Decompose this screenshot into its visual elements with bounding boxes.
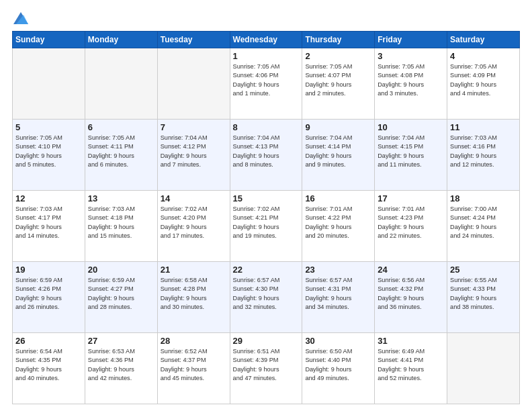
calendar-cell: 23Sunrise: 6:57 AM Sunset: 4:31 PM Dayli… <box>302 262 375 333</box>
day-number: 31 <box>378 336 444 346</box>
day-number: 24 <box>378 265 444 275</box>
page: SundayMondayTuesdayWednesdayThursdayFrid… <box>0 0 532 411</box>
day-info: Sunrise: 7:04 AM Sunset: 4:12 PM Dayligh… <box>161 134 227 169</box>
header <box>12 12 520 24</box>
day-info: Sunrise: 6:58 AM Sunset: 4:28 PM Dayligh… <box>161 276 227 312</box>
calendar-header-sunday: Sunday <box>13 32 85 48</box>
day-number: 11 <box>450 122 517 132</box>
calendar-cell: 31Sunrise: 6:49 AM Sunset: 4:41 PM Dayli… <box>375 333 447 404</box>
calendar-cell: 6Sunrise: 7:05 AM Sunset: 4:11 PM Daylig… <box>85 120 157 191</box>
calendar-cell: 5Sunrise: 7:05 AM Sunset: 4:10 PM Daylig… <box>13 120 85 191</box>
calendar-cell: 28Sunrise: 6:52 AM Sunset: 4:37 PM Dayli… <box>157 333 230 404</box>
logo-icon <box>13 12 28 24</box>
day-info: Sunrise: 6:49 AM Sunset: 4:41 PM Dayligh… <box>378 347 444 383</box>
day-number: 25 <box>450 265 517 275</box>
calendar-cell: 4Sunrise: 7:05 AM Sunset: 4:09 PM Daylig… <box>447 48 520 120</box>
calendar-cell: 10Sunrise: 7:04 AM Sunset: 4:15 PM Dayli… <box>375 120 447 191</box>
day-number: 17 <box>378 193 444 203</box>
calendar-header-thursday: Thursday <box>302 32 375 48</box>
day-info: Sunrise: 6:50 AM Sunset: 4:40 PM Dayligh… <box>305 347 371 383</box>
day-info: Sunrise: 6:57 AM Sunset: 4:31 PM Dayligh… <box>305 276 371 312</box>
day-number: 6 <box>88 122 154 132</box>
calendar-cell: 8Sunrise: 7:04 AM Sunset: 4:13 PM Daylig… <box>230 120 302 191</box>
day-info: Sunrise: 6:59 AM Sunset: 4:27 PM Dayligh… <box>88 276 154 312</box>
day-info: Sunrise: 7:05 AM Sunset: 4:09 PM Dayligh… <box>450 62 517 98</box>
calendar-week-row: 5Sunrise: 7:05 AM Sunset: 4:10 PM Daylig… <box>13 120 520 191</box>
day-number: 30 <box>305 336 371 346</box>
day-info: Sunrise: 7:05 AM Sunset: 4:10 PM Dayligh… <box>15 134 82 169</box>
calendar-cell: 29Sunrise: 6:51 AM Sunset: 4:39 PM Dayli… <box>230 333 302 404</box>
calendar-cell: 7Sunrise: 7:04 AM Sunset: 4:12 PM Daylig… <box>157 120 230 191</box>
day-info: Sunrise: 7:05 AM Sunset: 4:11 PM Dayligh… <box>88 134 154 169</box>
calendar-cell: 20Sunrise: 6:59 AM Sunset: 4:27 PM Dayli… <box>85 262 157 333</box>
calendar-cell: 13Sunrise: 7:03 AM Sunset: 4:18 PM Dayli… <box>85 191 157 262</box>
day-number: 9 <box>305 122 371 132</box>
calendar-cell: 24Sunrise: 6:56 AM Sunset: 4:32 PM Dayli… <box>375 262 447 333</box>
day-number: 27 <box>88 336 154 346</box>
calendar-cell: 19Sunrise: 6:59 AM Sunset: 4:26 PM Dayli… <box>13 262 85 333</box>
calendar-cell: 26Sunrise: 6:54 AM Sunset: 4:35 PM Dayli… <box>13 333 85 404</box>
calendar-cell: 22Sunrise: 6:57 AM Sunset: 4:30 PM Dayli… <box>230 262 302 333</box>
day-info: Sunrise: 6:53 AM Sunset: 4:36 PM Dayligh… <box>88 347 154 383</box>
calendar-cell: 14Sunrise: 7:02 AM Sunset: 4:20 PM Dayli… <box>157 191 230 262</box>
day-number: 14 <box>161 193 227 203</box>
day-info: Sunrise: 6:51 AM Sunset: 4:39 PM Dayligh… <box>233 347 300 383</box>
logo <box>12 12 28 24</box>
day-number: 26 <box>15 336 82 346</box>
day-info: Sunrise: 7:01 AM Sunset: 4:22 PM Dayligh… <box>305 205 371 240</box>
day-info: Sunrise: 7:04 AM Sunset: 4:13 PM Dayligh… <box>233 134 300 169</box>
day-number: 7 <box>161 122 227 132</box>
day-number: 10 <box>378 122 444 132</box>
calendar-cell: 3Sunrise: 7:05 AM Sunset: 4:08 PM Daylig… <box>375 48 447 120</box>
day-info: Sunrise: 7:03 AM Sunset: 4:18 PM Dayligh… <box>88 205 154 240</box>
calendar-header-saturday: Saturday <box>447 32 520 48</box>
day-info: Sunrise: 7:05 AM Sunset: 4:07 PM Dayligh… <box>305 62 371 98</box>
day-number: 4 <box>450 51 517 61</box>
calendar-header-monday: Monday <box>85 32 157 48</box>
day-number: 5 <box>15 122 82 132</box>
day-info: Sunrise: 6:54 AM Sunset: 4:35 PM Dayligh… <box>15 347 82 383</box>
day-number: 1 <box>233 51 300 61</box>
day-info: Sunrise: 7:04 AM Sunset: 4:14 PM Dayligh… <box>305 134 371 169</box>
day-number: 8 <box>233 122 300 132</box>
calendar-cell <box>85 48 157 120</box>
day-info: Sunrise: 6:56 AM Sunset: 4:32 PM Dayligh… <box>378 276 444 312</box>
day-info: Sunrise: 7:05 AM Sunset: 4:06 PM Dayligh… <box>233 62 300 98</box>
day-number: 18 <box>450 193 517 203</box>
day-number: 13 <box>88 193 154 203</box>
day-info: Sunrise: 7:04 AM Sunset: 4:15 PM Dayligh… <box>378 134 444 169</box>
day-number: 22 <box>233 265 300 275</box>
calendar-cell: 15Sunrise: 7:02 AM Sunset: 4:21 PM Dayli… <box>230 191 302 262</box>
calendar-cell: 25Sunrise: 6:55 AM Sunset: 4:33 PM Dayli… <box>447 262 520 333</box>
calendar-cell: 21Sunrise: 6:58 AM Sunset: 4:28 PM Dayli… <box>157 262 230 333</box>
day-number: 15 <box>233 193 300 203</box>
day-info: Sunrise: 7:03 AM Sunset: 4:16 PM Dayligh… <box>450 134 517 169</box>
calendar-header-tuesday: Tuesday <box>157 32 230 48</box>
day-number: 23 <box>305 265 371 275</box>
day-number: 20 <box>88 265 154 275</box>
calendar-cell <box>447 333 520 404</box>
day-number: 28 <box>161 336 227 346</box>
calendar-week-row: 1Sunrise: 7:05 AM Sunset: 4:06 PM Daylig… <box>13 48 520 120</box>
day-info: Sunrise: 7:02 AM Sunset: 4:21 PM Dayligh… <box>233 205 300 240</box>
day-info: Sunrise: 7:05 AM Sunset: 4:08 PM Dayligh… <box>378 62 444 98</box>
calendar-cell: 27Sunrise: 6:53 AM Sunset: 4:36 PM Dayli… <box>85 333 157 404</box>
day-number: 2 <box>305 51 371 61</box>
day-info: Sunrise: 6:57 AM Sunset: 4:30 PM Dayligh… <box>233 276 300 312</box>
day-number: 12 <box>15 193 82 203</box>
calendar-week-row: 19Sunrise: 6:59 AM Sunset: 4:26 PM Dayli… <box>13 262 520 333</box>
calendar-cell: 11Sunrise: 7:03 AM Sunset: 4:16 PM Dayli… <box>447 120 520 191</box>
calendar-cell: 30Sunrise: 6:50 AM Sunset: 4:40 PM Dayli… <box>302 333 375 404</box>
calendar-cell: 17Sunrise: 7:01 AM Sunset: 4:23 PM Dayli… <box>375 191 447 262</box>
day-info: Sunrise: 7:00 AM Sunset: 4:24 PM Dayligh… <box>450 205 517 240</box>
day-info: Sunrise: 6:59 AM Sunset: 4:26 PM Dayligh… <box>15 276 82 312</box>
calendar-cell: 16Sunrise: 7:01 AM Sunset: 4:22 PM Dayli… <box>302 191 375 262</box>
day-info: Sunrise: 7:03 AM Sunset: 4:17 PM Dayligh… <box>15 205 82 240</box>
calendar-table: SundayMondayTuesdayWednesdayThursdayFrid… <box>12 31 520 404</box>
calendar-cell: 12Sunrise: 7:03 AM Sunset: 4:17 PM Dayli… <box>13 191 85 262</box>
calendar-cell: 1Sunrise: 7:05 AM Sunset: 4:06 PM Daylig… <box>230 48 302 120</box>
calendar-cell: 2Sunrise: 7:05 AM Sunset: 4:07 PM Daylig… <box>302 48 375 120</box>
day-info: Sunrise: 7:02 AM Sunset: 4:20 PM Dayligh… <box>161 205 227 240</box>
day-number: 19 <box>15 265 82 275</box>
calendar-week-row: 26Sunrise: 6:54 AM Sunset: 4:35 PM Dayli… <box>13 333 520 404</box>
